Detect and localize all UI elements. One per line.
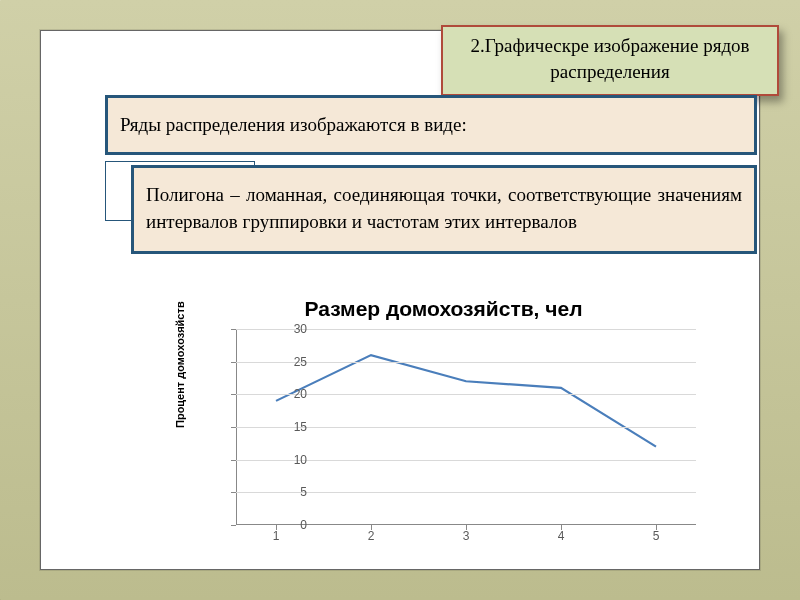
definition-box: Полигона – ломанная, соединяющая точки, … bbox=[131, 165, 757, 254]
chart-y-tick-label: 5 bbox=[277, 485, 307, 499]
chart-line-series bbox=[276, 355, 656, 446]
chart-x-tick-label: 5 bbox=[646, 529, 666, 543]
chart-y-tick bbox=[231, 362, 236, 363]
chart-y-tick bbox=[231, 460, 236, 461]
chart-y-tick bbox=[231, 394, 236, 395]
chart-x-tick-label: 1 bbox=[266, 529, 286, 543]
chart-y-tick-label: 10 bbox=[277, 453, 307, 467]
slide-title-text: 2.Графическре изображение рядов распреде… bbox=[470, 35, 749, 82]
chart-y-tick-label: 30 bbox=[277, 322, 307, 336]
slide-title-box: 2.Графическре изображение рядов распреде… bbox=[441, 25, 779, 96]
chart-y-axis-label: Процент домохозяйств bbox=[174, 301, 186, 428]
chart-y-tick-label: 15 bbox=[277, 420, 307, 434]
chart-x-tick-label: 3 bbox=[456, 529, 476, 543]
chart-y-tick bbox=[231, 525, 236, 526]
chart-x-tick-label: 2 bbox=[361, 529, 381, 543]
intro-text: Ряды распределения изображаются в виде: bbox=[120, 114, 467, 135]
chart-y-tick-label: 25 bbox=[277, 355, 307, 369]
chart-container: Размер домохозяйств, чел Процент домохоз… bbox=[176, 293, 711, 551]
chart-x-tick-label: 4 bbox=[551, 529, 571, 543]
slide-frame: 2.Графическре изображение рядов распреде… bbox=[40, 30, 760, 570]
chart-y-tick bbox=[231, 492, 236, 493]
chart-y-tick bbox=[231, 427, 236, 428]
chart-y-tick-label: 20 bbox=[277, 387, 307, 401]
definition-text: Полигона – ломанная, соединяющая точки, … bbox=[146, 184, 742, 232]
chart-title: Размер домохозяйств, чел bbox=[176, 293, 711, 321]
intro-box: Ряды распределения изображаются в виде: bbox=[105, 95, 757, 155]
chart-y-tick bbox=[231, 329, 236, 330]
